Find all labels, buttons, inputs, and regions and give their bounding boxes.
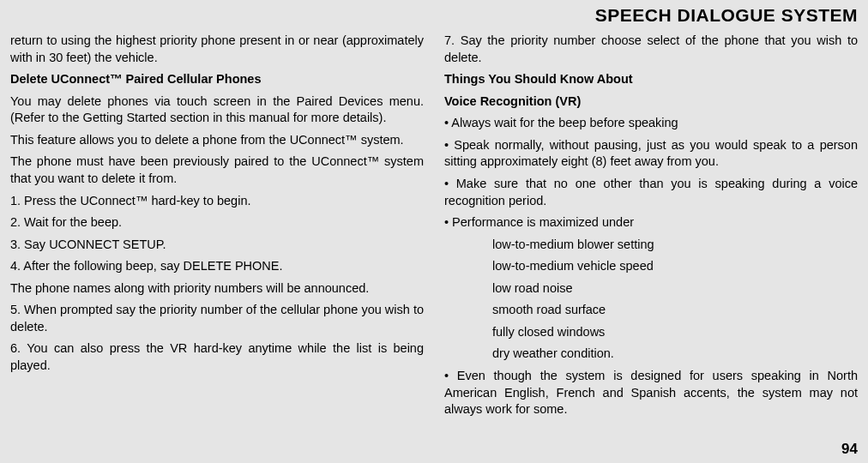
body-text: This feature allows you to delete a phon…	[10, 132, 424, 149]
sub-bullet-text: dry weather condition.	[444, 346, 858, 363]
step-text: 6. You can also press the VR hard-key an…	[10, 340, 424, 374]
page-container: SPEECH DIALOGUE SYSTEM return to using t…	[0, 0, 868, 463]
body-text: The phone names along with priority numb…	[10, 280, 424, 298]
step-text: 3. Say UCONNECT SETUP.	[10, 237, 424, 254]
section-heading: Delete UConnect™ Paired Cellular Phones	[10, 71, 424, 88]
step-text: 1. Press the UConnect™ hard-key to begin…	[10, 193, 424, 210]
step-text: 4. After the following beep, say DELETE …	[10, 258, 424, 275]
section-heading: Voice Recognition (VR)	[444, 93, 858, 111]
step-text: 5. When prompted say the priority number…	[10, 302, 424, 335]
body-text: You may delete phones via touch screen i…	[10, 93, 424, 127]
bullet-text: • Speak normally, without pausing, just …	[444, 137, 858, 171]
left-column: return to using the highest priority pho…	[10, 33, 424, 437]
bullet-text: • Even though the system is designed for…	[444, 368, 858, 418]
page-footer: 94	[0, 437, 868, 463]
bullet-text: • Performance is maximized under	[444, 214, 858, 232]
section-heading: Things You Should Know About	[444, 71, 858, 88]
content-area: return to using the highest priority pho…	[0, 29, 868, 437]
sub-bullet-text: low-to-medium blower setting	[444, 237, 858, 254]
page-header: SPEECH DIALOGUE SYSTEM	[0, 0, 868, 29]
step-text: 7. Say the priority number choose select…	[444, 33, 858, 66]
bullet-text: • Make sure that no one other than you i…	[444, 176, 858, 209]
step-text: 2. Wait for the beep.	[10, 214, 424, 232]
body-text: return to using the highest priority pho…	[10, 33, 424, 66]
page-title: SPEECH DIALOGUE SYSTEM	[595, 5, 858, 25]
right-column: 7. Say the priority number choose select…	[444, 33, 858, 437]
sub-bullet-text: smooth road surface	[444, 302, 858, 319]
sub-bullet-text: fully closed windows	[444, 324, 858, 341]
page-number: 94	[841, 441, 858, 457]
sub-bullet-text: low road noise	[444, 280, 858, 298]
bullet-text: • Always wait for the beep before speaki…	[444, 115, 858, 132]
sub-bullet-text: low-to-medium vehicle speed	[444, 258, 858, 275]
body-text: The phone must have been previously pair…	[10, 153, 424, 187]
